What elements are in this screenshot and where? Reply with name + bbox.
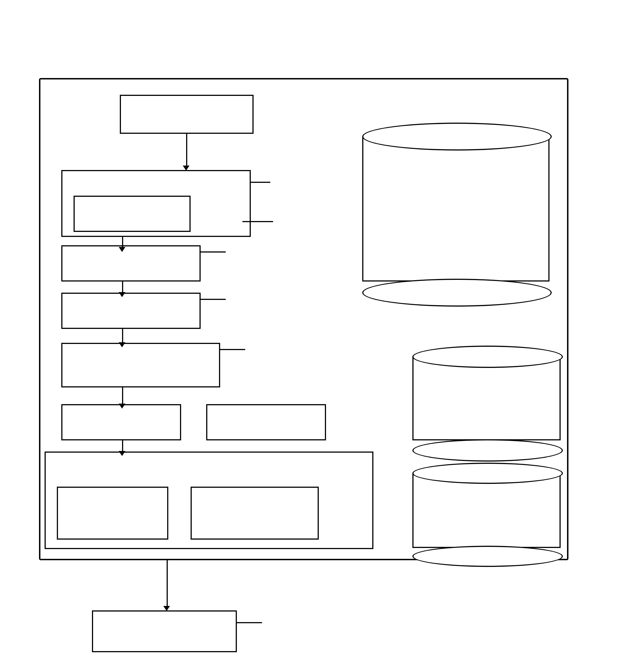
display-processing-unit-box: [61, 170, 251, 237]
line-108: [220, 349, 245, 350]
input-receiving-unit-box: [57, 487, 168, 539]
document-data-cylinder: [412, 345, 563, 452]
page-image-cylinder: [412, 463, 563, 557]
selection-receiving-unit-box: [191, 487, 319, 539]
arrowhead-7: [119, 451, 125, 456]
line-121: [242, 221, 273, 222]
element-correspondence-cylinder: [362, 123, 552, 295]
list-display-processing-unit-box: [74, 196, 191, 232]
line-151: [237, 622, 262, 623]
connector-docid-searching: [122, 387, 123, 405]
line-107: [201, 299, 226, 300]
input-device-box: [92, 610, 237, 652]
arrowhead-4: [119, 292, 125, 297]
arrowhead-5: [119, 342, 125, 347]
connector-deleting-docid: [122, 329, 123, 344]
line-110: [201, 251, 226, 253]
registering-unit-box: [206, 404, 326, 440]
collating-unit-box: [61, 245, 201, 282]
arrowhead-6: [119, 404, 125, 409]
arrow-to-input-device: [167, 560, 168, 608]
searching-unit-box: [61, 404, 181, 440]
document-identifying-unit-box: [61, 343, 220, 387]
operation-processing-unit-box: [45, 452, 374, 549]
deleting-unit-box: [61, 293, 201, 329]
line-109: [251, 182, 270, 183]
arrowhead-3: [119, 247, 125, 252]
